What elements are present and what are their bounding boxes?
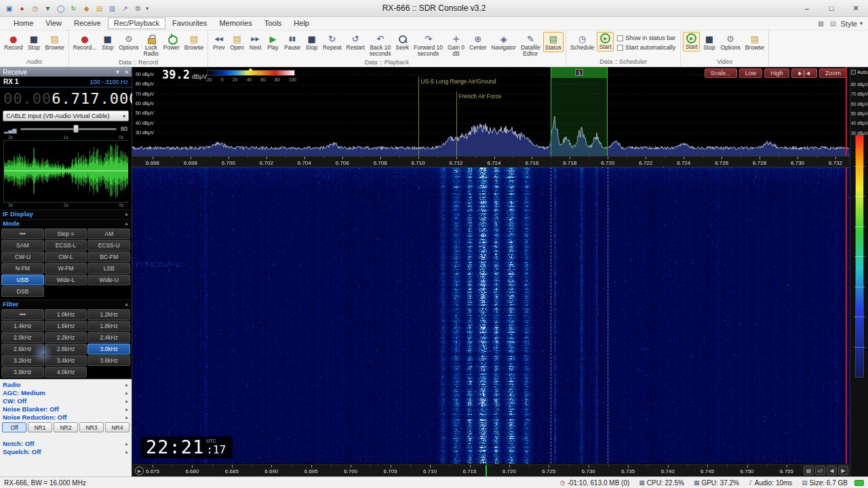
radio-setting-noise-reduction[interactable]: Noise Reduction: Off▲ — [0, 413, 132, 421]
collapse-arrow-icon[interactable]: ▲ — [124, 415, 129, 420]
data-playback-next-button[interactable]: ▶▶Next — [247, 32, 264, 52]
section-radio[interactable]: Radio ▲ — [0, 380, 132, 388]
data-record-power-button[interactable]: Power — [161, 32, 182, 52]
mode-am-button[interactable]: AM — [87, 228, 130, 239]
nr-nr1-button[interactable]: NR1 — [28, 422, 52, 432]
menu-item-home[interactable]: Home — [8, 18, 39, 28]
waterfall-panel[interactable]: 22:21 UTC :17 — [132, 167, 850, 464]
collapse-arrow-icon[interactable]: ▲ — [124, 441, 129, 446]
mode-lsb-button[interactable]: LSB — [87, 263, 130, 274]
mode-ecss-l-button[interactable]: ECSS-L — [45, 240, 87, 251]
mode-ecss-u-button[interactable]: ECSS-U — [87, 240, 130, 251]
slider-thumb[interactable] — [73, 125, 79, 133]
menu-item-view[interactable]: View — [40, 18, 67, 28]
video-options-button[interactable]: ⚙Options — [718, 32, 742, 52]
filter-2-0khz-button[interactable]: 2.0kHz — [1, 332, 44, 343]
mode-step-button[interactable]: Step ≡ — [45, 228, 87, 239]
panel-menu-icon[interactable]: ▼ — [115, 69, 120, 75]
frequency-display[interactable]: 00.006.717.000 — [0, 87, 132, 109]
mode-cw-l-button[interactable]: CW-L — [45, 251, 87, 262]
data-scheduler-schedule-button[interactable]: ◷Schedule — [568, 32, 596, 52]
collapse-arrow-icon[interactable]: ▲ — [124, 382, 129, 387]
radio-setting-squelch[interactable]: Squelch: Off▲ — [0, 447, 132, 455]
high-button[interactable]: High — [764, 68, 789, 78]
filter-more-button[interactable]: ••• — [1, 309, 44, 320]
data-playback-stop-button[interactable]: ■Stop — [303, 32, 320, 52]
radio-setting-cw[interactable]: CW: Off▲ — [0, 396, 132, 405]
filter-2-2khz-button[interactable]: 2.2kHz — [45, 332, 87, 343]
nr-off-button[interactable]: Off — [2, 422, 26, 432]
data-playback-play-button[interactable]: ▶Play — [264, 32, 281, 52]
mode-cw-u-button[interactable]: CW-U — [1, 251, 44, 262]
radio-setting-notch[interactable]: Notch: Off▲ — [0, 439, 132, 447]
waterfall-color-scale[interactable] — [855, 135, 864, 378]
filter-1-6khz-button[interactable]: 1.6kHz — [45, 321, 87, 331]
scale-button[interactable]: Scale... — [705, 68, 737, 78]
maximize-button[interactable]: □ — [819, 0, 844, 17]
filter-3-4khz-button[interactable]: 3.4kHz — [45, 355, 87, 366]
panel-close-icon[interactable]: ✕ — [124, 69, 129, 75]
mode-more-button[interactable]: ••• — [1, 228, 44, 239]
menu-item-tools[interactable]: Tools — [259, 18, 288, 28]
audio-browse-button[interactable]: ▤Browse — [43, 32, 66, 52]
section-mode[interactable]: Mode ▲ — [0, 219, 132, 227]
spectrum-panel[interactable]: 39.2 dBμV -20020406080100 Scale...LowHig… — [132, 67, 850, 156]
spectrum-frequency-scale[interactable]: 6.6966.6986.7006.7026.7046.7066.7086.710… — [132, 156, 850, 167]
collapse-arrow-icon[interactable]: ▲ — [124, 390, 129, 395]
section-if-display[interactable]: IF Display ▲ — [0, 209, 132, 218]
navigator-grid-button[interactable]: ▦ — [804, 466, 814, 475]
data-scheduler-start-button[interactable]: ▶Start — [597, 32, 614, 52]
auto-scale-toggle[interactable]: Auto — [850, 67, 868, 77]
data-playback-seek-button[interactable]: Seek — [394, 32, 411, 52]
mode-usb-button[interactable]: USB — [1, 274, 44, 285]
menu-item-favourites[interactable]: Favourites — [167, 18, 212, 28]
data-playback-back-10-seconds-button[interactable]: ↶Back 10 seconds — [368, 32, 393, 58]
filter-1-4khz-button[interactable]: 1.4kHz — [1, 321, 44, 331]
toolbar-dropdown-icon[interactable]: ▾ — [146, 5, 149, 12]
mode-sam-button[interactable]: SAM — [1, 240, 44, 251]
data-playback-pause-button[interactable]: ▮▮Pause — [282, 32, 302, 52]
filter-1-2khz-button[interactable]: 1.2kHz — [87, 309, 130, 320]
filter-1-8khz-button[interactable]: 1.8kHz — [87, 321, 130, 331]
mode-w-fm-button[interactable]: W-FM — [45, 263, 87, 274]
checkbox-start-automatically[interactable]: Start automatically — [617, 44, 675, 51]
navigator-play-button[interactable]: ▶ — [135, 466, 144, 475]
nr-nr4-button[interactable]: NR4 — [105, 422, 130, 432]
volume-slider[interactable] — [20, 124, 117, 134]
close-button[interactable]: ✕ — [844, 0, 868, 17]
mode-dsb-button[interactable]: DSB — [1, 286, 44, 297]
data-playback-repeat-button[interactable]: ↻Repeat — [321, 32, 343, 52]
menu-item-receive[interactable]: Receive — [68, 18, 106, 28]
data-playback-center-button[interactable]: ⊕Center — [467, 32, 489, 52]
scroll-left-button[interactable]: ◀ — [827, 466, 837, 475]
filter-3-2khz-button[interactable]: 3.2kHz — [1, 355, 44, 366]
data-record-options-button[interactable]: ⚙Options — [117, 32, 140, 52]
menu-item-memories[interactable]: Memories — [214, 18, 257, 28]
scroll-right-button[interactable]: ▶ — [838, 466, 848, 475]
checkbox-show-in-status-bar[interactable]: Show in status bar — [617, 35, 675, 41]
nr-nr2-button[interactable]: NR2 — [54, 422, 78, 432]
collapse-arrow-icon[interactable]: ▲ — [124, 302, 129, 306]
navigator-scale[interactable]: ▶6.6756.6806.6856.6906.6956.7006.7056.71… — [132, 464, 850, 476]
collapse-arrow-icon[interactable]: ▲ — [124, 211, 129, 216]
data-playback-restart-button[interactable]: ↺Restart — [344, 32, 367, 52]
collapse-arrow-icon[interactable]: ▲ — [124, 449, 129, 454]
data-playback-datafile-editor-button[interactable]: ✎Datafile Editor — [519, 32, 542, 58]
collapse-arrow-icon[interactable]: ▲ — [124, 399, 129, 403]
radio-setting-noise-blanker[interactable]: Noise Blanker: Off▲ — [0, 405, 132, 413]
style-selector[interactable]: ▦▤Style▾ — [816, 19, 863, 28]
zoom-button[interactable]: Zoom — [819, 68, 847, 78]
low-button[interactable]: Low — [739, 68, 763, 78]
filter-3-0khz-button[interactable]: 3.0kHz — [87, 344, 130, 354]
audio-record-button[interactable]: ●Record — [2, 32, 24, 52]
collapse-arrow-icon[interactable]: ▲ — [124, 221, 129, 226]
filter-1-0khz-button[interactable]: 1.0kHz — [45, 309, 87, 320]
audio-stop-button[interactable]: ■Stop — [25, 32, 42, 52]
filter-3-8khz-button[interactable]: 3.8kHz — [1, 367, 44, 378]
video-stop-button[interactable]: ■Stop — [701, 32, 717, 52]
filter-3-6khz-button[interactable]: 3.6kHz — [87, 355, 130, 366]
collapse-arrow-icon[interactable]: ▲ — [124, 407, 129, 411]
data-playback-navigator-button[interactable]: ◈Navigator — [490, 32, 518, 52]
section-filter[interactable]: Filter ▲ — [0, 300, 132, 308]
filter-2-8khz-button[interactable]: 2.8kHz — [45, 344, 87, 354]
